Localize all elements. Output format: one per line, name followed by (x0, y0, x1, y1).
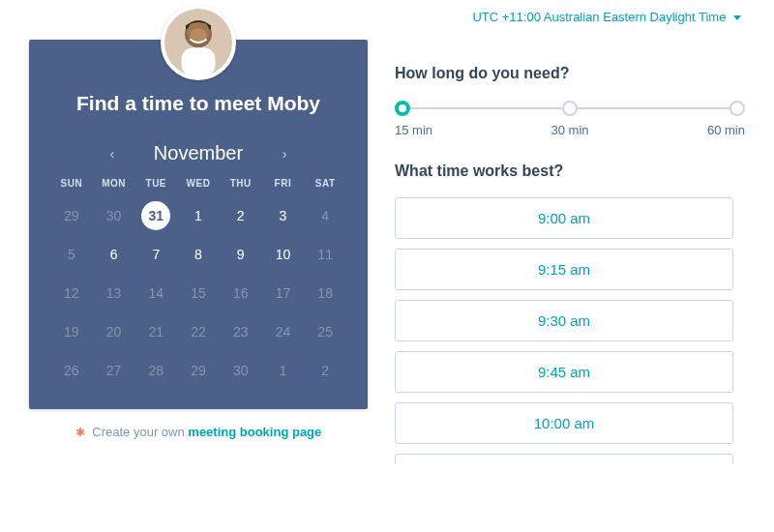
timeslot-option[interactable]: 10:00 am (395, 402, 733, 444)
calendar-day[interactable]: 8 (177, 235, 220, 274)
calendar-day: 15 (177, 274, 220, 312)
host-avatar (161, 5, 236, 80)
month-label: November (154, 142, 243, 164)
weekday-label: TUE (134, 178, 177, 189)
calendar-day: 12 (50, 274, 93, 312)
timeslot-option[interactable]: 9:00 am (395, 197, 733, 239)
timeslot-option[interactable]: 9:45 am (395, 351, 733, 393)
calendar-day: 4 (304, 196, 346, 235)
duration-labels: 15 min 30 min 60 min (395, 123, 745, 137)
calendar-day: 19 (50, 312, 93, 351)
timeslot-option[interactable]: 9:30 am (395, 300, 733, 341)
calendar-day: 25 (304, 312, 346, 351)
timezone-label: UTC +11:00 Australian Eastern Daylight T… (472, 10, 726, 24)
calendar-day: 16 (220, 274, 262, 312)
footer-lead: Create your own (92, 425, 188, 439)
calendar-day: 28 (134, 351, 177, 390)
footer-cta: ✱ Create your own meeting booking page (29, 425, 368, 439)
calendar-day: 18 (304, 274, 346, 312)
weekday-label: MON (93, 178, 135, 189)
calendar-day: 29 (177, 351, 220, 390)
calendar-day: 11 (304, 235, 346, 274)
calendar-day[interactable]: 6 (93, 235, 135, 274)
avatar-icon (164, 9, 232, 76)
calendar-grid: 2930311234567891011121314151617181920212… (50, 196, 346, 390)
sprocket-icon: ✱ (75, 426, 85, 439)
calendar-day: 29 (50, 196, 93, 235)
calendar-day: 24 (262, 312, 305, 351)
duration-label-60: 60 min (707, 123, 745, 137)
timeslot-list[interactable]: 9:00 am9:15 am9:30 am9:45 am10:00 am10:1… (395, 197, 735, 464)
calendar-day: 27 (93, 351, 135, 390)
duration-stop-60[interactable] (729, 101, 745, 116)
calendar-day: 17 (262, 274, 305, 312)
duration-question: How long do you need? (395, 65, 745, 82)
calendar-day[interactable]: 10 (262, 235, 305, 274)
duration-slider[interactable] (402, 100, 737, 117)
timezone-selector[interactable]: UTC +11:00 Australian Eastern Daylight T… (29, 6, 745, 30)
weekday-label: SAT (304, 178, 346, 189)
calendar-day: 2 (304, 351, 346, 390)
next-month-button[interactable]: › (278, 146, 291, 162)
calendar-card: Find a time to meet Moby ‹ November › SU… (29, 40, 368, 409)
timeslot-option[interactable]: 10:15 am (395, 454, 733, 464)
caret-down-icon (733, 15, 741, 20)
calendar-day: 14 (134, 274, 177, 312)
calendar-day[interactable]: 1 (177, 196, 220, 235)
calendar-day[interactable]: 31 (134, 196, 177, 235)
duration-label-15: 15 min (395, 123, 432, 137)
calendar-day[interactable]: 2 (220, 196, 262, 235)
calendar-day: 22 (177, 312, 220, 351)
calendar-day: 1 (262, 351, 305, 390)
timeslot-question: What time works best? (395, 163, 745, 180)
weekday-label: THU (220, 178, 262, 189)
calendar-day[interactable]: 9 (220, 235, 262, 274)
weekday-header: SUNMONTUEWEDTHUFRISAT (50, 178, 346, 189)
calendar-day[interactable]: 3 (262, 196, 305, 235)
calendar-day: 26 (50, 351, 93, 390)
calendar-day: 23 (220, 312, 262, 351)
calendar-day: 30 (220, 351, 262, 390)
calendar-day: 20 (93, 312, 135, 351)
calendar-day[interactable]: 7 (134, 235, 177, 274)
duration-stop-15[interactable] (395, 101, 410, 116)
duration-stop-30[interactable] (562, 101, 578, 116)
prev-month-button[interactable]: ‹ (105, 146, 119, 162)
timeslot-option[interactable]: 9:15 am (395, 249, 733, 290)
calendar-day: 21 (134, 312, 177, 351)
calendar-day: 30 (93, 196, 135, 235)
footer-link[interactable]: meeting booking page (188, 425, 321, 439)
weekday-label: FRI (262, 178, 305, 189)
weekday-label: WED (177, 178, 220, 189)
calendar-day: 5 (50, 235, 93, 274)
duration-label-30: 30 min (551, 123, 588, 137)
calendar-day: 13 (93, 274, 135, 312)
card-title: Find a time to meet Moby (50, 92, 346, 115)
weekday-label: SUN (50, 178, 93, 189)
